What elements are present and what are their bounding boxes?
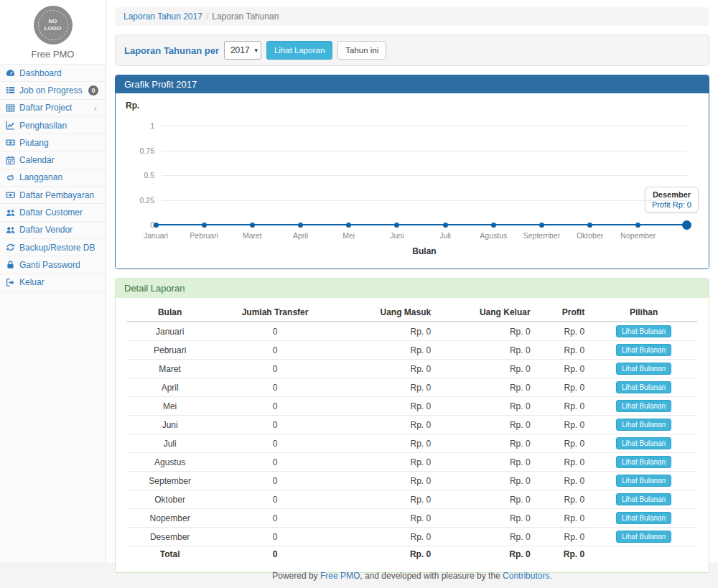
lihat-bulanan-button[interactable]: Lihat Bulanan [616,325,671,337]
table-row-oktober: Oktober0Rp. 0Rp. 0Rp. 0Lihat Bulanan [127,490,697,509]
app-layout: NO LOGO Free PMO DashboardJob on Progres… [0,0,718,562]
transfer-count-cell: 0 [213,378,337,397]
lihat-bulanan-button[interactable]: Lihat Bulanan [616,475,671,487]
month-cell: Juni [127,416,213,434]
sidebar-item-daftar-pembayaran[interactable]: Daftar Pembayaran [0,187,106,204]
action-cell: Lihat Bulanan [590,341,697,360]
tahun-ini-button[interactable]: Tahun ini [337,41,386,60]
lihat-bulanan-button[interactable]: Lihat Bulanan [616,363,671,375]
sidebar-item-label: Piutang [19,138,49,148]
y-axis-tick-label: 0 [118,220,154,229]
total-transfer-count-cell: 0 [213,546,337,563]
lihat-bulanan-button[interactable]: Lihat Bulanan [616,419,671,431]
lihat-bulanan-button[interactable]: Lihat Bulanan [616,531,671,543]
gridline [162,200,687,201]
sidebar-item-job-on-progress[interactable]: Job on Progress0 [0,82,106,99]
contributors-link[interactable]: Contributors. [503,571,552,581]
year-select[interactable]: 2017 [224,41,261,60]
uang-keluar-cell: Rp. 0 [437,490,536,509]
sidebar-item-label: Daftar Pembayaran [19,190,94,200]
chart-point-oktober[interactable] [587,223,592,228]
sidebar-item-label: Penghasilan [19,121,67,131]
sidebar-item-penghasilan[interactable]: Penghasilan [0,117,106,134]
profit-cell: Rp. 0 [536,322,591,341]
sidebar-menu: DashboardJob on Progress0Daftar Project‹… [0,64,106,291]
breadcrumb-current: Laporan Tahunan [212,11,279,22]
chart-point-juli[interactable] [443,223,448,228]
action-cell: Lihat Bulanan [590,434,697,453]
chart-point-agustus[interactable] [491,223,496,228]
uang-keluar-cell: Rp. 0 [437,397,536,416]
chart-point-mei[interactable] [346,223,351,228]
gridline [162,126,687,126]
breadcrumb-separator: / [206,11,208,22]
lihat-bulanan-button[interactable]: Lihat Bulanan [616,512,671,524]
action-cell: Lihat Bulanan [590,416,697,434]
chart-point-september[interactable] [539,223,544,228]
chart-point-desember[interactable] [682,220,691,230]
lihat-bulanan-button[interactable]: Lihat Bulanan [616,344,671,356]
uang-masuk-cell: Rp. 0 [337,360,437,378]
transfer-count-cell: 0 [213,360,337,378]
sidebar-item-daftar-vendor[interactable]: Daftar Vendor [0,222,106,239]
sidebar-item-daftar-customer[interactable]: Daftar Customer [0,204,106,221]
filter-label: Laporan Tahunan per [124,45,219,56]
breadcrumb-link[interactable]: Laporan Tahun 2017 [123,11,202,22]
sidebar-item-keluar[interactable]: Keluar [0,274,106,291]
lihat-bulanan-button[interactable]: Lihat Bulanan [616,437,671,449]
tooltip-title: Desember [652,190,691,199]
month-cell: September [127,472,213,490]
x-axis-title: Bulan [162,246,687,256]
action-cell: Lihat Bulanan [590,322,697,341]
y-axis-tick-label: 0.25 [118,196,154,205]
sidebar-item-calendar[interactable]: Calendar [0,151,106,169]
sidebar-item-daftar-project[interactable]: Daftar Project‹ [0,100,106,117]
gridline [162,175,687,176]
table-row-juni: Juni0Rp. 0Rp. 0Rp. 0Lihat Bulanan [127,416,697,434]
sidebar-item-label: Backup/Restore DB [19,243,95,253]
transfer-count-cell: 0 [213,397,337,416]
uang-masuk-cell: Rp. 0 [337,509,437,528]
no-logo-badge: NO LOGO [34,6,73,45]
chart-point-april[interactable] [298,223,303,228]
y-axis-title: Rp. [126,101,139,111]
profit-cell: Rp. 0 [536,472,591,490]
action-cell: Lihat Bulanan [590,528,697,546]
lihat-bulanan-button[interactable]: Lihat Bulanan [616,400,671,412]
free-pmo-link[interactable]: Free PMO [320,571,360,581]
users-icon [5,225,15,235]
footer-text-2: , and developed with pleasure by the [360,571,503,581]
money-icon [5,190,15,200]
lihat-laporan-button[interactable]: Lihat Laporan [266,41,332,60]
sidebar: NO LOGO Free PMO DashboardJob on Progres… [0,0,106,562]
lihat-bulanan-button[interactable]: Lihat Bulanan [616,493,671,505]
profit-chart-panel: Grafik Profit 2017 Rp. Desember Profit R… [115,75,709,269]
sidebar-item-backup-restore-db[interactable]: Backup/Restore DB [0,239,106,256]
profit-cell: Rp. 0 [536,341,591,360]
main-content: Laporan Tahun 2017/Laporan Tahunan Lapor… [106,0,718,562]
table-total-row: Total0Rp. 0Rp. 0Rp. 0 [127,546,697,563]
sidebar-item-dashboard[interactable]: Dashboard [0,65,106,82]
sidebar-item-langganan[interactable]: Langganan [0,169,106,187]
lihat-bulanan-button[interactable]: Lihat Bulanan [616,456,671,468]
sidebar-item-piutang[interactable]: Piutang [0,134,106,151]
uang-keluar-cell: Rp. 0 [437,322,536,341]
chart-point-maret[interactable] [250,223,255,228]
chart-point-januari[interactable] [154,223,159,228]
uang-keluar-cell: Rp. 0 [437,453,536,472]
action-cell: Lihat Bulanan [590,397,697,416]
uang-masuk-cell: Rp. 0 [337,416,437,434]
lihat-bulanan-button[interactable]: Lihat Bulanan [616,381,671,393]
chart-point-pebruari[interactable] [202,223,207,228]
total-month-cell: Total [127,546,213,563]
table-row-desember: Desember0Rp. 0Rp. 0Rp. 0Lihat Bulanan [127,528,697,546]
chart-point-nopember[interactable] [635,223,640,228]
transfer-count-cell: 0 [213,416,337,434]
transfer-count-cell: 0 [213,528,337,546]
chart-point-juni[interactable] [394,223,399,228]
sidebar-item-ganti-password[interactable]: Ganti Password [0,256,106,274]
transfer-count-cell: 0 [213,490,337,509]
month-cell: Maret [127,360,213,378]
transfer-count-cell: 0 [213,472,337,490]
x-axis-tick-label: Nopember [610,231,667,240]
